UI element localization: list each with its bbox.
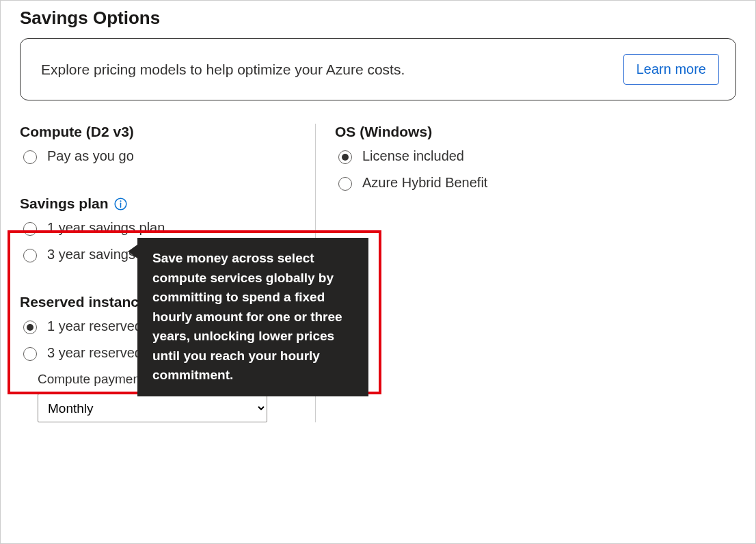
savings-plan-title: Savings plan xyxy=(20,195,109,212)
compute-option-payg-label: Pay as you go xyxy=(47,148,301,164)
compute-title: Compute (D2 v3) xyxy=(20,124,301,140)
os-section: OS (Windows) License included Azure Hybr… xyxy=(335,124,736,191)
info-banner: Explore pricing models to help optimize … xyxy=(20,38,736,100)
os-option-hybrid-radio[interactable] xyxy=(338,177,352,191)
banner-text: Explore pricing models to help optimize … xyxy=(41,62,405,78)
savings-plan-option-1yr-label: 1 year savings plan xyxy=(47,220,301,236)
os-option-hybrid[interactable]: Azure Hybrid Benefit xyxy=(335,175,736,191)
savings-options-panel: Savings Options Explore pricing models t… xyxy=(0,0,756,544)
learn-more-button[interactable]: Learn more xyxy=(623,54,719,85)
compute-section: Compute (D2 v3) Pay as you go xyxy=(20,124,301,164)
savings-plan-option-1yr[interactable]: 1 year savings plan xyxy=(20,220,301,236)
column-right: OS (Windows) License included Azure Hybr… xyxy=(315,124,736,422)
svg-point-2 xyxy=(120,200,121,202)
reserved-title: Reserved instances xyxy=(20,294,154,310)
compute-option-payg[interactable]: Pay as you go xyxy=(20,148,301,164)
savings-plan-option-1yr-radio[interactable] xyxy=(23,222,37,236)
payment-options-select[interactable]: Monthly xyxy=(38,394,267,422)
savings-plan-tooltip: Save money across select compute service… xyxy=(137,238,368,396)
os-option-license-included[interactable]: License included xyxy=(335,148,736,164)
page-title: Savings Options xyxy=(20,8,736,29)
os-option-hybrid-label: Azure Hybrid Benefit xyxy=(362,175,736,191)
info-icon[interactable] xyxy=(114,198,127,210)
tooltip-text: Save money across select compute service… xyxy=(152,251,342,382)
os-option-license-included-radio[interactable] xyxy=(338,150,352,164)
savings-plan-option-3yr-radio[interactable] xyxy=(23,249,37,262)
compute-option-payg-radio[interactable] xyxy=(23,150,37,164)
columns: Compute (D2 v3) Pay as you go Savings pl… xyxy=(20,124,736,422)
os-option-license-included-label: License included xyxy=(362,148,736,164)
reserved-option-3yr-radio[interactable] xyxy=(23,347,37,361)
os-title: OS (Windows) xyxy=(335,124,736,140)
reserved-option-1yr-radio[interactable] xyxy=(23,321,37,334)
savings-plan-title-row: Savings plan xyxy=(20,195,301,212)
